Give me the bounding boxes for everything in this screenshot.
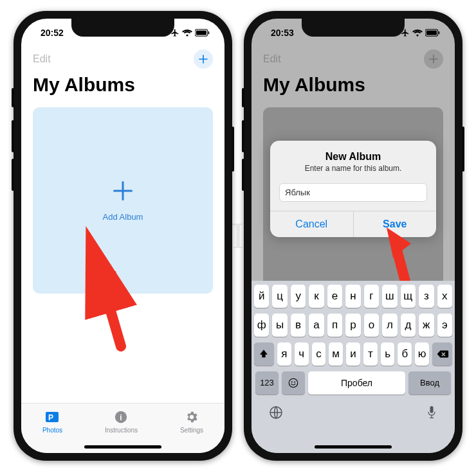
info-icon: i bbox=[113, 409, 129, 425]
key-ф[interactable]: ф bbox=[254, 314, 269, 337]
key-а[interactable]: а bbox=[309, 314, 324, 337]
key-р[interactable]: р bbox=[345, 314, 360, 337]
tab-label: Photos bbox=[42, 427, 62, 434]
dialog-title: New Album bbox=[278, 151, 428, 163]
key-б[interactable]: б bbox=[398, 342, 412, 366]
edit-button[interactable]: Edit bbox=[33, 53, 51, 65]
keyboard[interactable]: йцукенгшщзх фывапролджэ ячсмитьбю 123 Пр… bbox=[252, 281, 455, 453]
key-п[interactable]: п bbox=[327, 314, 342, 337]
album-name-input[interactable]: Яблык bbox=[279, 183, 427, 202]
key-с[interactable]: с bbox=[312, 342, 326, 366]
tab-photos[interactable]: P Photos bbox=[42, 409, 62, 453]
emoji-icon bbox=[288, 377, 299, 389]
svg-point-16 bbox=[289, 378, 298, 387]
key-й[interactable]: й bbox=[254, 285, 269, 308]
notch bbox=[71, 19, 174, 37]
phone-right: 20:53 Edit My Albums New Album Enter a n… bbox=[244, 11, 462, 461]
key-ж[interactable]: ж bbox=[419, 314, 434, 337]
home-indicator[interactable] bbox=[315, 445, 392, 449]
backspace-key[interactable] bbox=[432, 342, 452, 366]
space-key[interactable]: Пробел bbox=[308, 371, 405, 395]
cancel-button[interactable]: Cancel bbox=[270, 211, 354, 237]
key-в[interactable]: в bbox=[291, 314, 306, 337]
home-indicator[interactable] bbox=[84, 445, 161, 449]
status-time: 20:52 bbox=[41, 28, 64, 38]
key-ч[interactable]: ч bbox=[295, 342, 309, 366]
key-э[interactable]: э bbox=[437, 314, 452, 337]
key-г[interactable]: г bbox=[364, 285, 379, 308]
shift-key[interactable] bbox=[254, 342, 274, 366]
svg-rect-1 bbox=[196, 30, 206, 35]
mic-icon bbox=[425, 405, 438, 420]
globe-key[interactable] bbox=[268, 405, 284, 423]
svg-text:i: i bbox=[120, 413, 122, 422]
backspace-icon bbox=[436, 350, 449, 359]
key-и[interactable]: и bbox=[346, 342, 360, 366]
shift-icon bbox=[259, 349, 269, 359]
svg-rect-2 bbox=[208, 31, 210, 33]
key-у[interactable]: у bbox=[291, 285, 306, 308]
dictation-key[interactable] bbox=[425, 405, 438, 423]
svg-point-18 bbox=[294, 381, 295, 382]
svg-text:P: P bbox=[48, 413, 53, 422]
key-з[interactable]: з bbox=[419, 285, 434, 308]
key-н[interactable]: н bbox=[345, 285, 360, 308]
notch bbox=[302, 19, 405, 37]
add-album-label: Add Album bbox=[103, 212, 143, 222]
key-ю[interactable]: ю bbox=[415, 342, 429, 366]
key-м[interactable]: м bbox=[329, 342, 343, 366]
add-album-card[interactable]: Add Album bbox=[33, 107, 213, 294]
key-ш[interactable]: ш bbox=[382, 285, 397, 308]
plus-icon bbox=[111, 179, 134, 207]
key-х[interactable]: х bbox=[437, 285, 452, 308]
status-icons bbox=[170, 28, 210, 37]
key-ь[interactable]: ь bbox=[381, 342, 395, 366]
dialog-subtitle: Enter a name for this album. bbox=[278, 164, 428, 173]
numeric-key[interactable]: 123 bbox=[255, 371, 279, 395]
key-т[interactable]: т bbox=[363, 342, 378, 366]
key-л[interactable]: л bbox=[382, 314, 397, 337]
key-я[interactable]: я bbox=[277, 342, 291, 366]
enter-key[interactable]: Ввод bbox=[408, 371, 451, 395]
svg-point-17 bbox=[291, 381, 293, 382]
photos-icon: P bbox=[44, 409, 60, 425]
add-button[interactable] bbox=[194, 49, 213, 69]
key-ы[interactable]: ы bbox=[272, 314, 287, 337]
battery-icon bbox=[195, 29, 210, 37]
tab-settings[interactable]: Settings bbox=[180, 409, 203, 453]
key-ц[interactable]: ц bbox=[272, 285, 287, 308]
svg-rect-20 bbox=[430, 406, 434, 413]
gear-icon bbox=[183, 409, 200, 425]
key-щ[interactable]: щ bbox=[401, 285, 416, 308]
wifi-icon bbox=[182, 29, 192, 37]
key-д[interactable]: д bbox=[401, 314, 416, 337]
new-album-dialog: New Album Enter a name for this album. Я… bbox=[270, 141, 436, 237]
key-о[interactable]: о bbox=[364, 314, 379, 337]
key-е[interactable]: е bbox=[327, 285, 342, 308]
page-title: My Albums bbox=[21, 70, 224, 107]
plus-icon bbox=[197, 53, 209, 65]
phone-left: 20:52 Edit My Albums Add Album P bbox=[14, 11, 232, 461]
globe-icon bbox=[268, 405, 284, 420]
key-к[interactable]: к bbox=[309, 285, 324, 308]
save-button[interactable]: Save bbox=[354, 211, 437, 237]
tab-label: Settings bbox=[180, 427, 203, 434]
emoji-key[interactable] bbox=[282, 371, 305, 395]
tab-label: Instructions bbox=[105, 427, 138, 434]
